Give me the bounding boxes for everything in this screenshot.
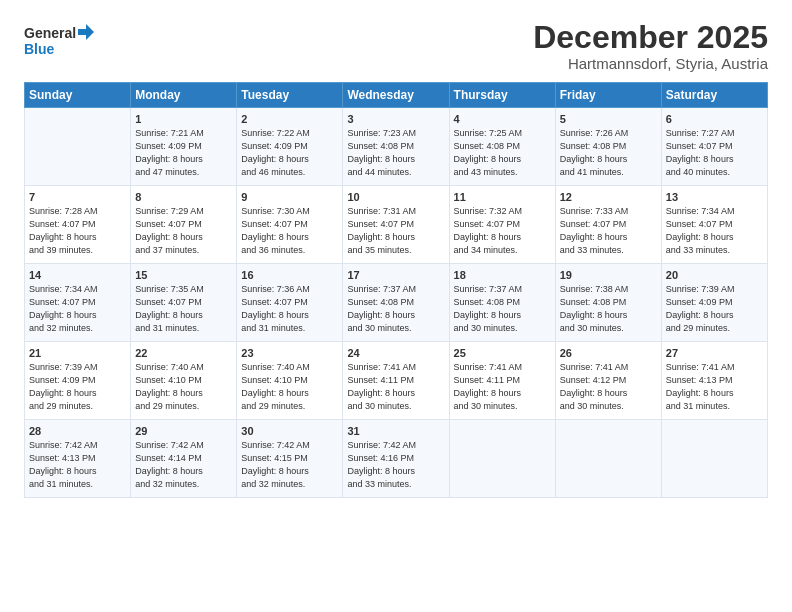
- day-number: 4: [454, 113, 551, 125]
- table-row: 30Sunrise: 7:42 AM Sunset: 4:15 PM Dayli…: [237, 420, 343, 498]
- day-number: 23: [241, 347, 338, 359]
- table-row: [449, 420, 555, 498]
- table-row: 9Sunrise: 7:30 AM Sunset: 4:07 PM Daylig…: [237, 186, 343, 264]
- header: General Blue December 2025 Hartmannsdorf…: [24, 20, 768, 72]
- table-row: 15Sunrise: 7:35 AM Sunset: 4:07 PM Dayli…: [131, 264, 237, 342]
- table-row: 2Sunrise: 7:22 AM Sunset: 4:09 PM Daylig…: [237, 108, 343, 186]
- day-number: 9: [241, 191, 338, 203]
- page: General Blue December 2025 Hartmannsdorf…: [0, 0, 792, 612]
- day-number: 29: [135, 425, 232, 437]
- day-info: Sunrise: 7:22 AM Sunset: 4:09 PM Dayligh…: [241, 127, 338, 179]
- day-number: 12: [560, 191, 657, 203]
- day-number: 30: [241, 425, 338, 437]
- day-number: 13: [666, 191, 763, 203]
- day-number: 6: [666, 113, 763, 125]
- week-row-1: 7Sunrise: 7:28 AM Sunset: 4:07 PM Daylig…: [25, 186, 768, 264]
- day-number: 11: [454, 191, 551, 203]
- table-row: 13Sunrise: 7:34 AM Sunset: 4:07 PM Dayli…: [661, 186, 767, 264]
- table-row: [661, 420, 767, 498]
- table-row: [555, 420, 661, 498]
- table-row: 26Sunrise: 7:41 AM Sunset: 4:12 PM Dayli…: [555, 342, 661, 420]
- day-info: Sunrise: 7:42 AM Sunset: 4:14 PM Dayligh…: [135, 439, 232, 491]
- header-row: Sunday Monday Tuesday Wednesday Thursday…: [25, 83, 768, 108]
- day-info: Sunrise: 7:42 AM Sunset: 4:13 PM Dayligh…: [29, 439, 126, 491]
- day-number: 20: [666, 269, 763, 281]
- table-row: 7Sunrise: 7:28 AM Sunset: 4:07 PM Daylig…: [25, 186, 131, 264]
- table-row: 20Sunrise: 7:39 AM Sunset: 4:09 PM Dayli…: [661, 264, 767, 342]
- day-info: Sunrise: 7:27 AM Sunset: 4:07 PM Dayligh…: [666, 127, 763, 179]
- day-info: Sunrise: 7:38 AM Sunset: 4:08 PM Dayligh…: [560, 283, 657, 335]
- day-number: 24: [347, 347, 444, 359]
- day-info: Sunrise: 7:42 AM Sunset: 4:16 PM Dayligh…: [347, 439, 444, 491]
- day-number: 8: [135, 191, 232, 203]
- table-row: 25Sunrise: 7:41 AM Sunset: 4:11 PM Dayli…: [449, 342, 555, 420]
- day-info: Sunrise: 7:41 AM Sunset: 4:13 PM Dayligh…: [666, 361, 763, 413]
- table-row: 4Sunrise: 7:25 AM Sunset: 4:08 PM Daylig…: [449, 108, 555, 186]
- table-row: 12Sunrise: 7:33 AM Sunset: 4:07 PM Dayli…: [555, 186, 661, 264]
- day-info: Sunrise: 7:39 AM Sunset: 4:09 PM Dayligh…: [666, 283, 763, 335]
- day-info: Sunrise: 7:42 AM Sunset: 4:15 PM Dayligh…: [241, 439, 338, 491]
- day-info: Sunrise: 7:39 AM Sunset: 4:09 PM Dayligh…: [29, 361, 126, 413]
- logo-svg: General Blue: [24, 20, 94, 60]
- location-subtitle: Hartmannsdorf, Styria, Austria: [533, 55, 768, 72]
- day-number: 7: [29, 191, 126, 203]
- day-info: Sunrise: 7:25 AM Sunset: 4:08 PM Dayligh…: [454, 127, 551, 179]
- table-row: 3Sunrise: 7:23 AM Sunset: 4:08 PM Daylig…: [343, 108, 449, 186]
- day-info: Sunrise: 7:29 AM Sunset: 4:07 PM Dayligh…: [135, 205, 232, 257]
- col-friday: Friday: [555, 83, 661, 108]
- table-row: 10Sunrise: 7:31 AM Sunset: 4:07 PM Dayli…: [343, 186, 449, 264]
- table-row: 5Sunrise: 7:26 AM Sunset: 4:08 PM Daylig…: [555, 108, 661, 186]
- table-row: 31Sunrise: 7:42 AM Sunset: 4:16 PM Dayli…: [343, 420, 449, 498]
- day-number: 22: [135, 347, 232, 359]
- day-number: 18: [454, 269, 551, 281]
- day-number: 19: [560, 269, 657, 281]
- day-number: 25: [454, 347, 551, 359]
- day-number: 31: [347, 425, 444, 437]
- day-number: 5: [560, 113, 657, 125]
- day-number: 17: [347, 269, 444, 281]
- table-row: 19Sunrise: 7:38 AM Sunset: 4:08 PM Dayli…: [555, 264, 661, 342]
- day-info: Sunrise: 7:41 AM Sunset: 4:11 PM Dayligh…: [347, 361, 444, 413]
- day-info: Sunrise: 7:37 AM Sunset: 4:08 PM Dayligh…: [454, 283, 551, 335]
- svg-text:General: General: [24, 25, 76, 41]
- day-number: 14: [29, 269, 126, 281]
- day-number: 1: [135, 113, 232, 125]
- table-row: 6Sunrise: 7:27 AM Sunset: 4:07 PM Daylig…: [661, 108, 767, 186]
- table-row: 22Sunrise: 7:40 AM Sunset: 4:10 PM Dayli…: [131, 342, 237, 420]
- day-info: Sunrise: 7:32 AM Sunset: 4:07 PM Dayligh…: [454, 205, 551, 257]
- day-info: Sunrise: 7:40 AM Sunset: 4:10 PM Dayligh…: [135, 361, 232, 413]
- table-row: 8Sunrise: 7:29 AM Sunset: 4:07 PM Daylig…: [131, 186, 237, 264]
- col-wednesday: Wednesday: [343, 83, 449, 108]
- day-info: Sunrise: 7:34 AM Sunset: 4:07 PM Dayligh…: [666, 205, 763, 257]
- table-row: 24Sunrise: 7:41 AM Sunset: 4:11 PM Dayli…: [343, 342, 449, 420]
- table-row: 27Sunrise: 7:41 AM Sunset: 4:13 PM Dayli…: [661, 342, 767, 420]
- day-info: Sunrise: 7:35 AM Sunset: 4:07 PM Dayligh…: [135, 283, 232, 335]
- day-number: 27: [666, 347, 763, 359]
- table-row: 29Sunrise: 7:42 AM Sunset: 4:14 PM Dayli…: [131, 420, 237, 498]
- day-number: 3: [347, 113, 444, 125]
- day-info: Sunrise: 7:37 AM Sunset: 4:08 PM Dayligh…: [347, 283, 444, 335]
- col-saturday: Saturday: [661, 83, 767, 108]
- month-title: December 2025: [533, 20, 768, 55]
- week-row-3: 21Sunrise: 7:39 AM Sunset: 4:09 PM Dayli…: [25, 342, 768, 420]
- day-number: 21: [29, 347, 126, 359]
- day-info: Sunrise: 7:41 AM Sunset: 4:12 PM Dayligh…: [560, 361, 657, 413]
- day-number: 15: [135, 269, 232, 281]
- table-row: 18Sunrise: 7:37 AM Sunset: 4:08 PM Dayli…: [449, 264, 555, 342]
- day-info: Sunrise: 7:34 AM Sunset: 4:07 PM Dayligh…: [29, 283, 126, 335]
- svg-text:Blue: Blue: [24, 41, 55, 57]
- table-row: 14Sunrise: 7:34 AM Sunset: 4:07 PM Dayli…: [25, 264, 131, 342]
- day-number: 16: [241, 269, 338, 281]
- table-row: 1Sunrise: 7:21 AM Sunset: 4:09 PM Daylig…: [131, 108, 237, 186]
- day-info: Sunrise: 7:30 AM Sunset: 4:07 PM Dayligh…: [241, 205, 338, 257]
- col-thursday: Thursday: [449, 83, 555, 108]
- table-row: [25, 108, 131, 186]
- day-number: 10: [347, 191, 444, 203]
- table-row: 23Sunrise: 7:40 AM Sunset: 4:10 PM Dayli…: [237, 342, 343, 420]
- day-number: 26: [560, 347, 657, 359]
- col-tuesday: Tuesday: [237, 83, 343, 108]
- week-row-4: 28Sunrise: 7:42 AM Sunset: 4:13 PM Dayli…: [25, 420, 768, 498]
- day-info: Sunrise: 7:31 AM Sunset: 4:07 PM Dayligh…: [347, 205, 444, 257]
- table-row: 28Sunrise: 7:42 AM Sunset: 4:13 PM Dayli…: [25, 420, 131, 498]
- day-number: 28: [29, 425, 126, 437]
